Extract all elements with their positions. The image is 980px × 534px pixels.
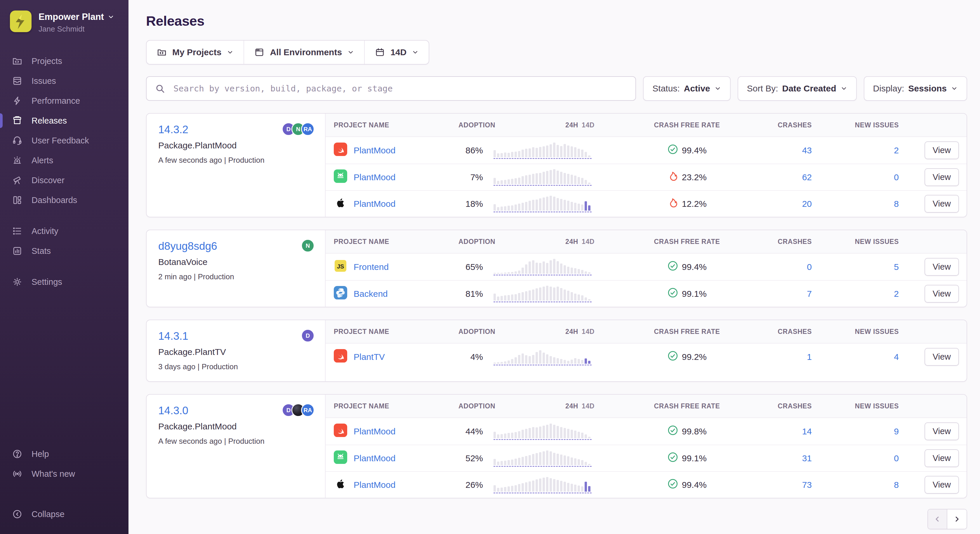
view-button[interactable]: View	[924, 285, 959, 303]
sidebar-item-help[interactable]: Help	[0, 444, 129, 464]
sidebar-item-performance[interactable]: Performance	[0, 91, 129, 111]
new-issues-count[interactable]: 0	[824, 453, 914, 463]
project-link[interactable]: PlantMood	[326, 169, 455, 185]
sparkline-bar	[585, 462, 587, 465]
sparkline-bar	[504, 461, 506, 465]
project-link[interactable]: PlantMood	[326, 143, 455, 158]
timerange-14d[interactable]: 14D	[582, 328, 595, 335]
release-version-link[interactable]: 14.3.1	[158, 330, 313, 343]
sparkline-bar	[560, 172, 562, 184]
new-issues-count[interactable]: 0	[824, 172, 914, 182]
date-range-filter[interactable]: 14D	[365, 41, 429, 64]
platform-icon-apple	[334, 196, 347, 212]
project-link[interactable]: PlantMood	[326, 450, 455, 466]
project-link[interactable]: PlantTV	[326, 349, 455, 365]
view-button[interactable]: View	[924, 348, 959, 366]
sparkline-bar	[536, 427, 538, 438]
pagination-next-button[interactable]	[947, 510, 967, 529]
new-issues-count[interactable]: 5	[824, 262, 914, 272]
crashes-count[interactable]: 43	[770, 145, 824, 155]
crashes-count[interactable]: 31	[770, 453, 824, 463]
release-summary: 14.3.2Package.PlantMoodA few seconds ago…	[146, 114, 326, 217]
sidebar-collapse-button[interactable]: Collapse	[0, 504, 129, 524]
crashes-count[interactable]: 7	[770, 289, 824, 299]
new-issues-count[interactable]: 2	[824, 289, 914, 299]
status-icon-wrap	[667, 144, 678, 157]
crashes-count[interactable]: 20	[770, 199, 824, 209]
projects-filter[interactable]: My Projects	[146, 41, 244, 64]
sidebar-item-alerts[interactable]: Alerts	[0, 150, 129, 170]
new-issues-count[interactable]: 4	[824, 352, 914, 362]
sidebar-item-discover[interactable]: Discover	[0, 170, 129, 190]
timerange-14d[interactable]: 14D	[582, 238, 595, 245]
release-card-list: 14.3.2Package.PlantMoodA few seconds ago…	[146, 113, 967, 498]
new-issues-count[interactable]: 2	[824, 145, 914, 155]
view-button[interactable]: View	[924, 258, 959, 276]
avatar: RA	[301, 403, 315, 417]
sparkline-bar	[571, 484, 573, 492]
sidebar-item-issues[interactable]: Issues	[0, 71, 129, 91]
view-button[interactable]: View	[924, 141, 959, 159]
project-link[interactable]: PlantMood	[326, 477, 455, 493]
timerange-24h[interactable]: 24H	[565, 402, 578, 410]
crashes-count[interactable]: 0	[770, 262, 824, 272]
environments-filter[interactable]: All Environments	[244, 41, 365, 64]
sparkline-bar	[497, 207, 500, 210]
view-button[interactable]: View	[924, 422, 959, 440]
siren-icon	[12, 155, 23, 166]
sidebar-item-settings[interactable]: Settings	[0, 272, 129, 292]
sort-by-dropdown[interactable]: Sort By: Date Created	[738, 76, 857, 101]
sparkline-bar	[585, 201, 587, 210]
new-issues-count[interactable]: 8	[824, 480, 914, 490]
sparkline-bar	[525, 482, 527, 492]
new-issues-count[interactable]: 9	[824, 427, 914, 437]
project-link[interactable]: JSFrontend	[326, 259, 455, 274]
sparkline-bar	[585, 297, 587, 301]
status-dropdown[interactable]: Status: Active	[643, 76, 730, 101]
sparkline	[493, 258, 593, 276]
view-button[interactable]: View	[924, 168, 959, 186]
sparkline-bar	[578, 177, 580, 184]
platform-icon-js: JS	[334, 259, 347, 274]
crashes-count[interactable]: 14	[770, 427, 824, 437]
sidebar-item-user-feedback[interactable]: User Feedback	[0, 131, 129, 150]
crashes-count[interactable]: 73	[770, 480, 824, 490]
release-version-link[interactable]: d8yug8sdg6	[158, 240, 313, 252]
project-link[interactable]: PlantMood	[326, 196, 455, 212]
sidebar-item-dashboards[interactable]: Dashboards	[0, 190, 129, 210]
view-button[interactable]: View	[924, 449, 959, 467]
timerange-14d[interactable]: 14D	[582, 402, 595, 410]
display-dropdown[interactable]: Display: Sessions	[864, 76, 967, 101]
timerange-14d[interactable]: 14D	[582, 121, 595, 129]
project-link[interactable]: PlantMood	[326, 424, 455, 439]
sparkline-bar	[493, 485, 496, 492]
nav-divider-gap	[0, 261, 129, 272]
sidebar-item-releases[interactable]: Releases	[0, 111, 129, 131]
crashes-count[interactable]: 1	[770, 352, 824, 362]
sparkline-bar	[567, 429, 570, 438]
sparkline-bar	[563, 456, 566, 465]
timerange-24h[interactable]: 24H	[565, 238, 578, 245]
sidebar-item-stats[interactable]: Stats	[0, 241, 129, 261]
search-input[interactable]	[146, 76, 636, 101]
sparkline-bar	[571, 202, 573, 210]
status-icon-wrap	[667, 260, 678, 273]
sparkline-bar	[557, 287, 559, 301]
sparkline-bar	[588, 486, 590, 492]
sparkline-bar	[493, 273, 496, 274]
timerange-24h[interactable]: 24H	[565, 121, 578, 129]
project-link[interactable]: Backend	[326, 286, 455, 301]
crashes-count[interactable]: 62	[770, 172, 824, 182]
view-button[interactable]: View	[924, 195, 959, 213]
view-button[interactable]: View	[924, 476, 959, 494]
new-issues-count[interactable]: 8	[824, 199, 914, 209]
org-switcher[interactable]: Empower Plant Jane Schmidt	[0, 11, 129, 33]
release-summary: 14.3.0Package.PlantMoodA few seconds ago…	[146, 395, 326, 498]
sparkline-bar	[553, 425, 555, 438]
table-header-row: PROJECT NAMEADOPTION24H14DCRASH FREE RAT…	[326, 395, 967, 418]
sidebar-item-activity[interactable]: Activity	[0, 221, 129, 241]
pagination-prev-button[interactable]	[928, 510, 947, 529]
timerange-24h[interactable]: 24H	[565, 328, 578, 335]
sidebar-item-whats-new[interactable]: What's new	[0, 464, 129, 484]
sidebar-item-projects[interactable]: Projects	[0, 51, 129, 71]
